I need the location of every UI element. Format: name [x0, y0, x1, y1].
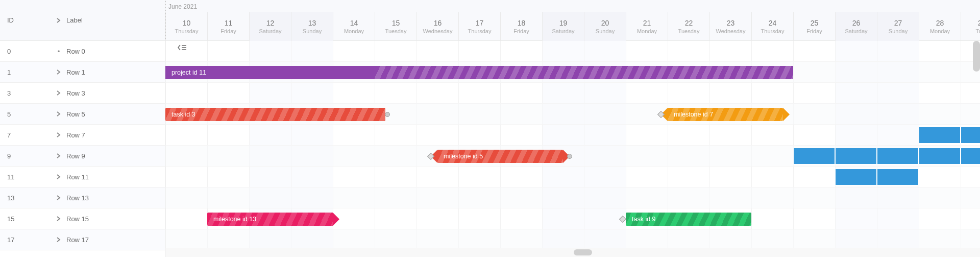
day-header[interactable]: 18Friday — [500, 12, 542, 41]
row-label-cell: Row 9 — [56, 152, 165, 160]
row-id: 11 — [0, 173, 56, 181]
bar-task-3[interactable]: task id 3 — [165, 108, 385, 121]
row[interactable]: 0•Row 0 — [0, 41, 165, 62]
row[interactable]: 1Row 1 — [0, 62, 165, 83]
row-label-cell: Row 3 — [56, 89, 165, 97]
day-header[interactable]: 14Monday — [333, 12, 375, 41]
day-header[interactable]: 16Wednesday — [416, 12, 458, 41]
row[interactable]: 11Row 11 — [0, 167, 165, 188]
row[interactable]: 5Row 5 — [0, 104, 165, 125]
row[interactable]: 9Row 9 — [0, 146, 165, 167]
resource-block[interactable] — [877, 148, 919, 165]
left-header: ID Label — [0, 0, 165, 41]
timeline-body[interactable]: project id 11task id 3milestone id 5mile… — [165, 41, 980, 257]
day-header[interactable]: 11Friday — [207, 12, 249, 41]
chevron-right-icon[interactable] — [56, 18, 61, 23]
row-id: 15 — [0, 215, 56, 223]
day-number: 23 — [710, 19, 751, 27]
col-header-id[interactable]: ID — [0, 16, 56, 24]
day-columns: 10Thursday11Friday12Saturday13Sunday14Mo… — [165, 12, 980, 41]
day-number: 20 — [584, 19, 626, 27]
row-label: Row 3 — [66, 89, 85, 97]
row-label: Row 5 — [66, 110, 85, 118]
resource-block[interactable] — [877, 169, 919, 185]
bar-label: milestone id 7 — [674, 111, 713, 118]
row[interactable]: 7Row 7 — [0, 125, 165, 146]
row-label-cell: Row 5 — [56, 110, 165, 118]
row[interactable]: 15Row 15 — [0, 208, 165, 229]
day-header[interactable]: 12Saturday — [249, 12, 291, 41]
vertical-scrollbar[interactable] — [973, 41, 980, 72]
day-of-week: Sunday — [291, 28, 333, 34]
day-header[interactable]: 17Thursday — [458, 12, 500, 41]
chevron-right-icon[interactable] — [56, 216, 61, 221]
row[interactable]: 3Row 3 — [0, 83, 165, 104]
row-label: Row 0 — [66, 48, 85, 55]
resource-block[interactable] — [793, 148, 835, 165]
resource-block[interactable] — [961, 127, 980, 144]
collapse-icon[interactable] — [178, 44, 187, 53]
day-header[interactable]: 10Thursday — [165, 12, 207, 41]
day-header[interactable]: 13Sunday — [291, 12, 333, 41]
day-of-week: Friday — [208, 28, 249, 34]
task-bars: project id 11task id 3milestone id 5mile… — [165, 41, 980, 257]
chevron-right-icon[interactable] — [56, 237, 61, 242]
chevron-right-icon[interactable] — [56, 174, 61, 179]
col-header-label[interactable]: Label — [56, 16, 165, 24]
resource-block[interactable] — [961, 148, 980, 165]
row-id: 17 — [0, 236, 56, 244]
scrollbar-thumb[interactable] — [574, 249, 592, 255]
bar-task-9[interactable]: task id 9 — [626, 213, 751, 226]
day-header[interactable]: 29Tues — [961, 12, 980, 41]
day-number: 10 — [166, 19, 207, 27]
resource-block[interactable] — [835, 148, 877, 165]
chevron-right-icon[interactable] — [56, 153, 61, 158]
chevron-right-icon[interactable] — [56, 69, 61, 75]
day-of-week: Friday — [794, 28, 835, 34]
row-id: 5 — [0, 110, 56, 118]
day-header[interactable]: 20Sunday — [584, 12, 626, 41]
day-header[interactable]: 26Saturday — [835, 12, 877, 41]
col-header-label-text: Label — [66, 16, 83, 24]
row[interactable]: 17Row 17 — [0, 229, 165, 250]
day-of-week: Thursday — [459, 28, 500, 34]
day-of-week: Thursday — [752, 28, 793, 34]
day-number: 22 — [668, 19, 709, 27]
column-resize-handle[interactable] — [164, 0, 166, 41]
day-number: 28 — [919, 19, 961, 27]
day-of-week: Saturday — [836, 28, 877, 34]
row[interactable]: 13Row 13 — [0, 188, 165, 208]
bar-milestone-5[interactable]: milestone id 5 — [437, 150, 563, 163]
bar-milestone-7[interactable]: milestone id 7 — [668, 108, 783, 121]
day-of-week: Tuesday — [375, 28, 416, 34]
bar-label: project id 11 — [172, 69, 206, 76]
horizontal-scrollbar[interactable] — [165, 248, 980, 257]
day-number: 16 — [417, 19, 458, 27]
timeline-panel: June 2021 10Thursday11Friday12Saturday13… — [165, 0, 980, 257]
day-header[interactable]: 22Tuesday — [668, 12, 709, 41]
bar-milestone-13[interactable]: milestone id 13 — [207, 213, 333, 226]
day-number: 26 — [836, 19, 877, 27]
day-number: 29 — [961, 19, 980, 27]
resource-block[interactable] — [835, 169, 877, 185]
month-label: June 2021 — [168, 3, 197, 10]
day-header[interactable]: 24Thursday — [751, 12, 793, 41]
chevron-right-icon[interactable] — [56, 195, 61, 200]
day-header[interactable]: 15Tuesday — [375, 12, 416, 41]
resource-block[interactable] — [919, 148, 961, 165]
row-list: 0•Row 01Row 13Row 35Row 57Row 79Row 911R… — [0, 41, 165, 257]
day-header[interactable]: 28Monday — [919, 12, 961, 41]
chevron-right-icon[interactable] — [56, 90, 61, 96]
chevron-right-icon[interactable] — [56, 111, 61, 116]
day-header[interactable]: 21Monday — [626, 12, 668, 41]
day-header[interactable]: 19Saturday — [542, 12, 584, 41]
day-of-week: Monday — [626, 28, 668, 34]
row-label: Row 1 — [66, 68, 85, 76]
bar-project-11[interactable]: project id 11 — [165, 66, 793, 79]
day-of-week: Thursday — [166, 28, 207, 34]
day-header[interactable]: 23Wednesday — [709, 12, 751, 41]
resource-block[interactable] — [919, 127, 961, 144]
day-header[interactable]: 27Sunday — [877, 12, 919, 41]
chevron-right-icon[interactable] — [56, 132, 61, 137]
day-header[interactable]: 25Friday — [793, 12, 835, 41]
